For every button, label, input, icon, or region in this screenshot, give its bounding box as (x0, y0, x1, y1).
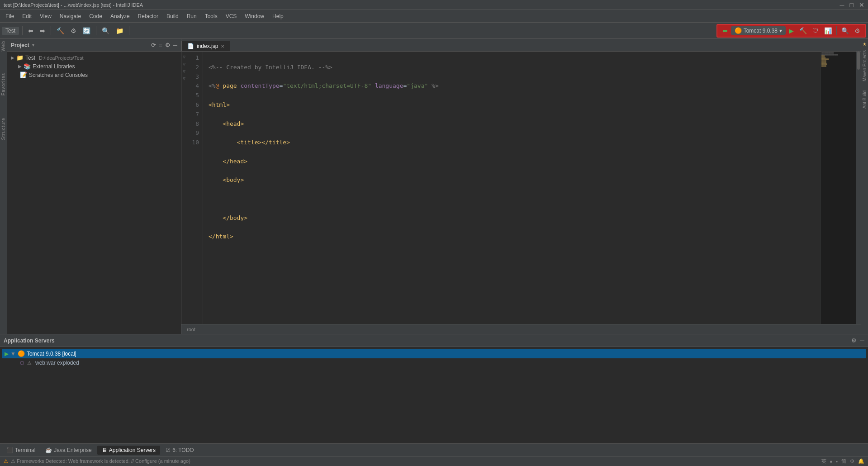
test-label: Test (25, 55, 35, 61)
run-config-selector[interactable]: 🟠 Tomcat 9.0.38 ▾ (731, 26, 786, 35)
code-line-10: </html> (209, 232, 815, 242)
run-config-dropdown-icon[interactable]: ▾ (779, 28, 782, 34)
debug-build-button[interactable]: 🔨 (797, 26, 809, 36)
menu-file[interactable]: File (2, 12, 18, 21)
fold-3[interactable]: ▽ (181, 61, 187, 68)
vertical-scrollbar[interactable] (856, 52, 861, 324)
artifact-name: web:war exploded (35, 360, 79, 366)
tree-item-external-libs[interactable]: ▶ 📚 External Libraries (7, 62, 181, 71)
app-servers-minimize-icon[interactable]: ─ (860, 337, 864, 344)
search-everywhere-button[interactable]: 🔍 (100, 26, 112, 36)
settings-button[interactable]: ⚙ (68, 26, 79, 36)
project-panel-title: Project (11, 42, 29, 48)
toolbar-left: Test ⬅ ➡ 🔨 ⚙ 🔄 🔍 📁 (2, 26, 131, 36)
tree-item-scratches[interactable]: 📝 Scratches and Consoles (7, 71, 181, 79)
tomcat-play-icon[interactable]: ▶ (5, 351, 9, 357)
menu-build[interactable]: Build (163, 12, 182, 21)
project-dropdown-icon[interactable]: ▾ (32, 43, 34, 48)
sync-project-icon[interactable]: ⟳ (151, 42, 156, 48)
code-content[interactable]: <%-- Created by IntelliJ IDEA. --%> <%@ … (203, 52, 820, 324)
bottom-panel-controls: ⚙ ─ (851, 337, 864, 344)
menu-run[interactable]: Run (183, 12, 200, 21)
sound-icon: ♦ (830, 459, 833, 464)
line-number-gutter: 1 2 3 4 5 6 7 8 9 10 (187, 52, 203, 324)
window-title: test [D:\IdeaProjects\test] - ...\web\in… (4, 2, 143, 8)
server-tree: ▶ ▼ 🟠 Tomcat 9.0.38 [local] ⬡ ⚠ web:war … (0, 347, 868, 443)
menu-code[interactable]: Code (85, 12, 106, 21)
code-line-7: <body> (209, 176, 815, 185)
test-path: D:\IdeaProjects\Test (39, 55, 83, 61)
bottom-panel-title: Application Servers (4, 338, 55, 344)
build-button[interactable]: 🔨 (54, 26, 66, 36)
tab-todo[interactable]: ☑ 6: TODO (161, 446, 199, 455)
tomcat-run-icon: 🟠 (735, 27, 742, 34)
menu-help[interactable]: Help (269, 12, 287, 21)
fold-2[interactable]: ▽ (181, 53, 187, 61)
menu-refactor[interactable]: Refactor (134, 12, 162, 21)
collapse-icon[interactable]: ≡ (159, 42, 162, 48)
tab-filename: index.jsp (197, 43, 218, 49)
code-editor[interactable]: ▽ ▽ ▽ ▽ 1 2 3 4 5 6 7 8 9 (181, 52, 861, 324)
code-line-9: </body> (209, 214, 815, 223)
tab-close-icon[interactable]: ✕ (221, 44, 224, 49)
app-servers-settings-icon[interactable]: ⚙ (851, 337, 857, 344)
profile-button[interactable]: 📊 (822, 26, 834, 36)
fold-4[interactable]: ▽ (181, 68, 187, 75)
menu-window[interactable]: Window (241, 12, 268, 21)
minimize-button[interactable]: ─ (840, 1, 844, 9)
run-button[interactable]: ▶ (787, 26, 796, 36)
web-label[interactable]: Web (0, 39, 7, 53)
menu-view[interactable]: View (36, 12, 55, 21)
title-bar: test [D:\IdeaProjects\test] - ...\web\in… (0, 0, 868, 10)
sync-button[interactable]: 🔄 (81, 26, 93, 36)
menu-analyze[interactable]: Analyze (107, 12, 133, 21)
main-toolbar: Test ⬅ ➡ 🔨 ⚙ 🔄 🔍 📁 ⬅ 🟠 Tomcat 9.0.38 ▾ ▶… (0, 23, 868, 39)
settings-project-icon[interactable]: ⚙ (165, 42, 171, 48)
favorites-label[interactable]: Favorites (0, 71, 7, 97)
editor-tab-index-jsp[interactable]: 📄 index.jsp ✕ (181, 41, 230, 51)
tab-app-servers[interactable]: 🖥 Application Servers (97, 446, 160, 455)
server-item-tomcat[interactable]: ▶ ▼ 🟠 Tomcat 9.0.38 [local] (2, 349, 866, 358)
tree-item-test[interactable]: ▶ 📁 Test D:\IdeaProjects\Test (7, 53, 181, 62)
close-panel-icon[interactable]: ─ (173, 42, 177, 48)
menu-navigate[interactable]: Navigate (56, 12, 85, 21)
main-area: Web Favorites Structure Project ▾ ⟳ ≡ ⚙ … (0, 39, 868, 334)
scrollbar-thumb[interactable] (857, 52, 860, 70)
tab-terminal[interactable]: ⬛ Terminal (2, 446, 40, 455)
project-name-badge[interactable]: Test (2, 27, 19, 35)
favorites-right-icon[interactable]: ★ (863, 42, 867, 47)
fold-10[interactable]: ▽ (181, 75, 187, 82)
close-button[interactable]: ✕ (859, 1, 864, 9)
tab-java-enterprise[interactable]: ☕ Java Enterprise (41, 446, 96, 455)
toolbar-sep-1 (22, 26, 23, 35)
bottom-panel: Application Servers ⚙ ─ ▶ ▼ 🟠 Tomcat 9.0… (0, 334, 868, 456)
git-button[interactable]: 📁 (114, 26, 126, 36)
notification-icon[interactable]: 🔔 (858, 458, 864, 464)
simplified-chinese-icon[interactable]: 简 (841, 458, 846, 465)
settings-icon[interactable]: ⚙ (850, 458, 854, 464)
lang-indicator[interactable]: 英 (821, 458, 826, 465)
warning-icon: ⚠ (4, 458, 8, 464)
menu-tools[interactable]: Tools (201, 12, 221, 21)
project-panel: Project ▾ ⟳ ≡ ⚙ ─ ▶ 📁 Test D:\IdeaProjec… (7, 39, 181, 334)
editor-status-bar: root (181, 324, 861, 334)
right-sidebar-strip: ★ Maven Projects Ant Build (861, 39, 868, 334)
maven-projects-label[interactable]: Maven Projects (862, 50, 867, 81)
menu-edit[interactable]: Edit (19, 12, 35, 21)
forward-button[interactable]: ➡ (38, 26, 47, 36)
ext-libs-icon: 📚 (24, 63, 31, 70)
bottom-panel-header: Application Servers ⚙ ─ (0, 334, 868, 347)
fold-gutter: ▽ ▽ ▽ ▽ (181, 52, 187, 324)
ant-build-label[interactable]: Ant Build (862, 90, 867, 109)
back-nav-button[interactable]: ⬅ (720, 26, 730, 36)
search-button[interactable]: 🔍 (839, 26, 851, 36)
structure-label[interactable]: Structure (0, 116, 7, 142)
tomcat-expand-arrow[interactable]: ▼ (10, 351, 16, 357)
server-artifact-item[interactable]: ⬡ ⚠ web:war exploded (2, 358, 866, 367)
gear-button[interactable]: ⚙ (852, 26, 863, 36)
maximize-button[interactable]: □ (850, 1, 854, 9)
back-button[interactable]: ⬅ (26, 26, 36, 36)
status-message[interactable]: ⚠ Frameworks Detected: Web framework is … (11, 458, 190, 464)
coverage-button[interactable]: 🛡 (810, 26, 821, 36)
menu-vcs[interactable]: VCS (222, 12, 241, 21)
